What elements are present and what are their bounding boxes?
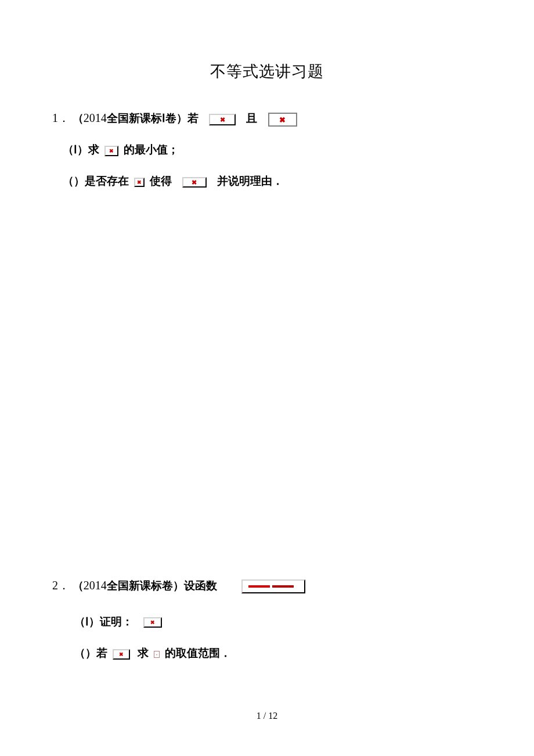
q1-p2-mid: 使得	[150, 175, 172, 187]
q1-year: 2014	[84, 111, 107, 124]
q1-p2-open: （）是否存在	[63, 175, 129, 187]
question-1: 1． （2014全国新课标Ⅰ卷）若 ✖ 且 ✖	[52, 107, 482, 128]
q1-number: 1．	[52, 111, 70, 124]
document-page: 不等式选讲习题 1． （2014全国新课标Ⅰ卷）若 ✖ 且 ✖ （Ⅰ）求 ✖ 的…	[0, 0, 534, 756]
page-sep: /	[261, 711, 268, 721]
q1-p1-rest: 的最小值；	[124, 143, 179, 156]
document-title: 不等式选讲习题	[52, 61, 482, 82]
q1-part-2: （）是否存在 ✖ 使得 ✖ 并说明理由．	[52, 171, 482, 191]
broken-image-icon	[241, 579, 305, 593]
q1-source-open: （	[73, 112, 84, 124]
broken-image-icon: ✖	[113, 649, 130, 660]
q1-part-1: （Ⅰ）求 ✖ 的最小值；	[52, 140, 482, 160]
q2-source-open: （	[73, 579, 84, 592]
broken-image-icon: ✖	[134, 178, 145, 187]
q2-p2-mid: 求	[138, 647, 149, 659]
q2-p1-open: （Ⅰ）证明：	[74, 615, 133, 628]
page-total: 12	[268, 711, 277, 721]
broken-image-icon: ·	[154, 651, 160, 658]
q2-number: 2．	[52, 579, 70, 592]
page-footer: 1 / 12	[0, 711, 534, 721]
blank-space	[52, 203, 482, 575]
page-current: 1	[257, 711, 261, 721]
q1-source-rest: 全国新课标Ⅰ卷）若	[107, 112, 199, 124]
q1-and: 且	[246, 112, 257, 124]
q2-part-1: （Ⅰ）证明： ✖	[52, 612, 482, 632]
q2-year: 2014	[84, 579, 107, 592]
q2-part-2: （）若 ✖ 求 · 的取值范围．	[52, 643, 482, 663]
question-2: 2． （2014全国新课标卷）设函数	[52, 575, 482, 596]
q1-p1-open: （Ⅰ）求	[63, 143, 99, 156]
broken-image-icon: ✖	[182, 177, 207, 188]
q2-p2-rest: 的取值范围．	[165, 647, 231, 659]
broken-image-icon: ✖	[268, 113, 297, 127]
broken-image-icon: ✖	[209, 114, 236, 125]
q2-p2-open: （）若	[74, 647, 107, 659]
q2-source-rest: 全国新课标卷）设函数	[107, 579, 217, 592]
broken-image-icon: ✖	[104, 146, 118, 156]
broken-image-icon: ✖	[143, 617, 162, 628]
q1-p2-rest: 并说明理由．	[217, 175, 283, 187]
